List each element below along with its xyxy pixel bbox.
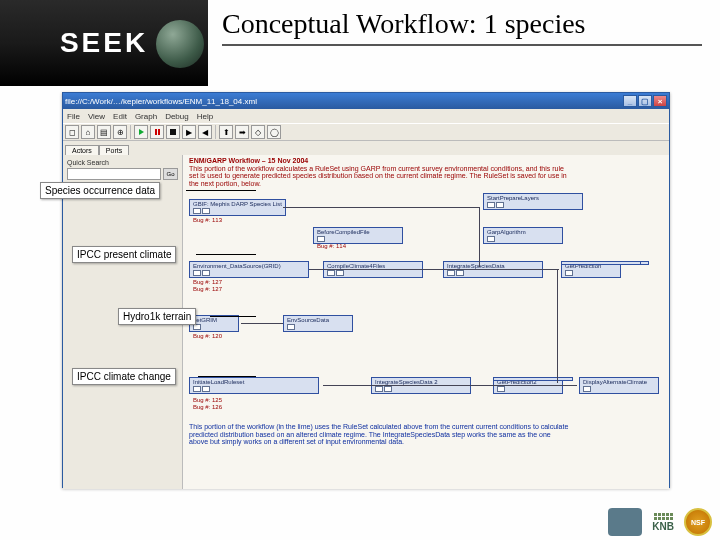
tab-ports[interactable]: Ports bbox=[99, 145, 129, 155]
node-disp[interactable] bbox=[561, 261, 641, 265]
callout-line bbox=[198, 376, 256, 377]
nsf-logo-icon: NSF bbox=[684, 508, 712, 536]
toolbar: ◻ ⌂ ▤ ⊕ ▶ ◀ ⬆ ➡ ◇ ◯ bbox=[63, 123, 669, 141]
node-initload[interactable]: InitiateLoadRuleset bbox=[189, 377, 319, 394]
callout-line bbox=[186, 190, 256, 191]
open-icon[interactable]: ⌂ bbox=[81, 125, 95, 139]
knb-dots-icon bbox=[654, 513, 673, 520]
wire bbox=[241, 323, 283, 324]
step-icon[interactable]: ▶ bbox=[182, 125, 196, 139]
arrow-up-icon[interactable]: ⬆ bbox=[219, 125, 233, 139]
play-icon[interactable] bbox=[134, 125, 148, 139]
bug-114: Bug #: 114 bbox=[317, 243, 346, 249]
workflow-description-bottom: This portion of the workflow (in the lim… bbox=[189, 423, 569, 446]
menu-debug[interactable]: Debug bbox=[165, 112, 189, 121]
node-before[interactable]: BeforeCompiledFile bbox=[313, 227, 403, 244]
menu-edit[interactable]: Edit bbox=[113, 112, 127, 121]
callout-hydro1k: Hydro1k terrain bbox=[118, 308, 196, 325]
knb-text: KNB bbox=[652, 521, 674, 532]
save-icon[interactable]: ▤ bbox=[97, 125, 111, 139]
new-icon[interactable]: ◻ bbox=[65, 125, 79, 139]
menu-help[interactable]: Help bbox=[197, 112, 213, 121]
desc1-body: This portion of the workflow calculates … bbox=[189, 165, 567, 187]
callout-ipcc-present: IPCC present climate bbox=[72, 246, 176, 263]
wire bbox=[557, 269, 558, 383]
node-env[interactable]: Environment_DataSource(GRID) bbox=[189, 261, 309, 278]
node-garpalg[interactable]: GarpAlgorithm bbox=[483, 227, 563, 244]
node-gbif[interactable]: GBIF: Mephis DARP Species List bbox=[189, 199, 286, 216]
wire bbox=[323, 385, 577, 386]
diamond-icon[interactable]: ◇ bbox=[251, 125, 265, 139]
slide-title: Conceptual Workflow: 1 species bbox=[222, 8, 720, 40]
pause-icon[interactable] bbox=[150, 125, 164, 139]
search-input[interactable] bbox=[67, 168, 161, 180]
window-titlebar[interactable]: file://C:/Work/…/kepler/workflows/ENM_11… bbox=[63, 93, 669, 109]
menubar: File View Edit Graph Debug Help bbox=[63, 109, 669, 123]
search-go-button[interactable]: Go bbox=[163, 168, 178, 180]
bug-113: Bug #: 113 bbox=[193, 217, 222, 223]
bug-120: Bug #: 120 bbox=[193, 333, 222, 339]
maximize-icon[interactable]: ▢ bbox=[638, 95, 652, 107]
org-logo-icon bbox=[608, 508, 642, 536]
wire bbox=[479, 207, 480, 267]
menu-graph[interactable]: Graph bbox=[135, 112, 157, 121]
menu-file[interactable]: File bbox=[67, 112, 80, 121]
footer-logos: KNB NSF bbox=[608, 508, 712, 536]
bug-125: Bug #: 125 bbox=[193, 397, 222, 403]
rewind-icon[interactable]: ◀ bbox=[198, 125, 212, 139]
wire bbox=[283, 207, 479, 208]
bug-126: Bug #: 126 bbox=[193, 404, 222, 410]
minimize-icon[interactable]: _ bbox=[623, 95, 637, 107]
callout-line bbox=[196, 254, 256, 255]
settings-icon[interactable]: ◯ bbox=[267, 125, 281, 139]
stop-icon[interactable] bbox=[166, 125, 180, 139]
close-icon[interactable]: × bbox=[653, 95, 667, 107]
tabbar: Actors Ports bbox=[63, 141, 669, 155]
bug-127b: Bug #: 127 bbox=[193, 286, 222, 292]
seek-logo: SEEK bbox=[0, 0, 208, 86]
node-display-alt[interactable]: DisplayAlternateClimate bbox=[579, 377, 659, 394]
globe-icon bbox=[156, 20, 204, 68]
knb-logo: KNB bbox=[652, 513, 674, 532]
menu-view[interactable]: View bbox=[88, 112, 105, 121]
callout-ipcc-change: IPCC climate change bbox=[72, 368, 176, 385]
slide-header: SEEK Conceptual Workflow: 1 species bbox=[0, 0, 720, 86]
wire bbox=[309, 269, 559, 270]
node-envsrc2[interactable]: EnvSourceData bbox=[283, 315, 353, 332]
workflow-canvas[interactable]: ENM/GARP Workflow – 15 Nov 2004 This por… bbox=[183, 155, 669, 489]
bug-127a: Bug #: 127 bbox=[193, 279, 222, 285]
zoom-icon[interactable]: ⊕ bbox=[113, 125, 127, 139]
title-rule bbox=[222, 44, 702, 46]
arrow-right-icon[interactable]: ➡ bbox=[235, 125, 249, 139]
node-resample[interactable] bbox=[493, 377, 573, 381]
app-window: file://C:/Work/…/kepler/workflows/ENM_11… bbox=[62, 92, 670, 488]
window-controls: _ ▢ × bbox=[623, 95, 667, 107]
callout-species: Species occurrence data bbox=[40, 182, 160, 199]
callout-line bbox=[210, 316, 256, 317]
logo-text: SEEK bbox=[60, 27, 148, 59]
node-netgrim[interactable]: netGRIM bbox=[189, 315, 239, 332]
workflow-description-top: ENM/GARP Workflow – 15 Nov 2004 This por… bbox=[189, 157, 569, 188]
title-area: Conceptual Workflow: 1 species bbox=[208, 0, 720, 86]
window-title: file://C:/Work/…/kepler/workflows/ENM_11… bbox=[65, 97, 257, 106]
search-label: Quick Search bbox=[67, 159, 178, 166]
tab-actors[interactable]: Actors bbox=[65, 145, 99, 155]
desc1-title: ENM/GARP Workflow – 15 Nov 2004 bbox=[189, 157, 308, 164]
node-startprep[interactable]: StartPrepareLayers bbox=[483, 193, 583, 210]
